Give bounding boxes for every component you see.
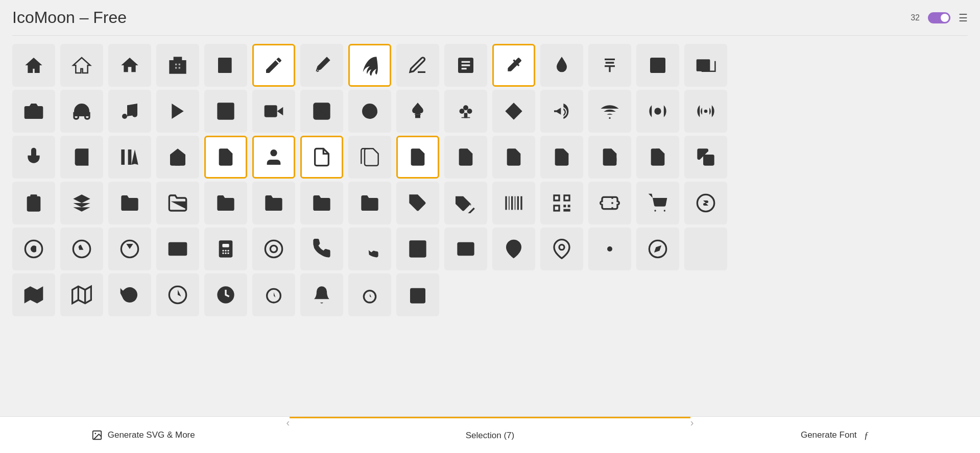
icon-cell-address-book[interactable] — [396, 228, 439, 270]
icon-cell-coin-pound[interactable] — [60, 228, 103, 270]
view-toggle[interactable] — [928, 12, 950, 23]
icon-cell-paint-format[interactable] — [588, 44, 631, 87]
icon-cell-pen[interactable] — [396, 44, 439, 87]
icon-cell-newspaper[interactable] — [204, 44, 247, 87]
right-chevron-icon[interactable]: › — [690, 417, 694, 453]
icon-cell-file-picture[interactable] — [444, 136, 487, 179]
icon-cell-barcode[interactable] — [492, 182, 535, 224]
icon-cell-radio[interactable] — [684, 90, 727, 133]
icon-cell-diamond[interactable] — [492, 90, 535, 133]
icon-cell-copy[interactable] — [684, 136, 727, 179]
icon-cell-credit-card[interactable] — [156, 228, 199, 270]
icon-cell-library[interactable] — [156, 136, 199, 179]
icon-cell-home-simple[interactable] — [12, 44, 55, 87]
icon-cell-video-camera[interactable] — [252, 90, 295, 133]
icon-cell-book[interactable] — [60, 136, 103, 179]
icon-cell-clubs[interactable] — [444, 90, 487, 133]
icon-svg-diamond — [504, 101, 524, 121]
icon-cell-folder-open[interactable] — [156, 182, 199, 224]
icon-cell-profile[interactable] — [252, 136, 295, 179]
icon-cell-folder-plus[interactable] — [204, 182, 247, 224]
icon-cell-camera[interactable] — [12, 90, 55, 133]
icon-cell-file-zip[interactable] — [636, 136, 679, 179]
icon-cell-pencil[interactable] — [252, 44, 295, 87]
icon-cell-location[interactable] — [540, 228, 583, 270]
icon-svg-compass — [648, 239, 668, 259]
icon-cell-price-tags[interactable] — [444, 182, 487, 224]
icon-cell-images[interactable] — [684, 44, 727, 87]
icon-cell-phone-hang-up[interactable] — [348, 228, 391, 270]
icon-cell-spades[interactable] — [396, 90, 439, 133]
icon-cell-file-empty[interactable] — [300, 136, 343, 179]
icon-cell-file-text2[interactable] — [396, 136, 439, 179]
icon-cell-file-text[interactable] — [204, 136, 247, 179]
icon-cell-film[interactable] — [204, 90, 247, 133]
icon-cell-books[interactable] — [108, 136, 151, 179]
icon-cell-home-outline[interactable] — [60, 44, 103, 87]
icon-cell-quill[interactable] — [348, 44, 391, 87]
icon-cell-eyedropper[interactable] — [492, 44, 535, 87]
svg-rect-62 — [656, 156, 660, 157]
selection-section[interactable]: Selection (7) — [290, 417, 690, 453]
icon-cell-home-filled[interactable] — [108, 44, 151, 87]
svg-point-102 — [270, 245, 277, 252]
icon-cell-image[interactable] — [636, 44, 679, 87]
svg-rect-4 — [175, 67, 177, 68]
icon-cell-coin-yen[interactable] — [108, 228, 151, 270]
icon-cell-phone[interactable] — [300, 228, 343, 270]
icon-cell-clock[interactable] — [156, 273, 199, 316]
generate-font-section[interactable]: Generate Font ƒ — [694, 417, 980, 453]
icon-cell-play[interactable] — [156, 90, 199, 133]
icon-cell-folder-minus[interactable] — [252, 182, 295, 224]
icon-cell-paste[interactable] — [12, 182, 55, 224]
icon-cell-calendar[interactable] — [396, 273, 439, 316]
icon-cell-file-video[interactable] — [588, 136, 631, 179]
icon-cell-bullhorn[interactable] — [540, 90, 583, 133]
icon-cell-droplet[interactable] — [540, 44, 583, 87]
menu-icon[interactable]: ☰ — [959, 12, 968, 24]
icon-svg-price-tag — [408, 193, 428, 213]
icon-cell-lifebuoy[interactable] — [252, 228, 295, 270]
icon-cell-alarm[interactable] — [252, 273, 295, 316]
icon-cell-file-play[interactable] — [540, 136, 583, 179]
svg-point-107 — [415, 245, 420, 250]
icon-cell-stack[interactable] — [60, 182, 103, 224]
icon-cell-music[interactable] — [108, 90, 151, 133]
generate-svg-section[interactable]: Generate SVG & More — [0, 417, 286, 453]
icon-cell-stopwatch[interactable] — [348, 273, 391, 316]
icon-cell-pacman[interactable] — [348, 90, 391, 133]
icon-cell-folder-upload[interactable] — [348, 182, 391, 224]
icon-cell-pencil2[interactable] — [300, 44, 343, 87]
icon-cell-ticket[interactable] — [588, 182, 631, 224]
icon-cell-price-tag[interactable] — [396, 182, 439, 224]
icon-cell-folder-download[interactable] — [300, 182, 343, 224]
icon-cell-podcast[interactable] — [636, 90, 679, 133]
icon-cell-mic[interactable] — [12, 136, 55, 179]
icon-cell-map2[interactable] — [60, 273, 103, 316]
icon-cell-folder[interactable] — [108, 182, 151, 224]
icon-cell-compass[interactable] — [636, 228, 679, 270]
icon-cell-clock2[interactable] — [204, 273, 247, 316]
icon-cell-bell[interactable] — [300, 273, 343, 316]
icon-cell-office[interactable] — [156, 44, 199, 87]
icon-cell-file-music[interactable] — [492, 136, 535, 179]
icon-cell-pushpin[interactable] — [492, 228, 535, 270]
icon-cell-coin-euro[interactable] — [12, 228, 55, 270]
svg-rect-5 — [179, 67, 180, 68]
icon-cell-files-empty[interactable] — [348, 136, 391, 179]
icon-cell-blog[interactable] — [444, 44, 487, 87]
icon-cell-calculator[interactable] — [204, 228, 247, 270]
icon-cell-wifi[interactable] — [588, 90, 631, 133]
icon-cell-envelop[interactable] — [444, 228, 487, 270]
icon-cell-dice[interactable] — [300, 90, 343, 133]
icon-cell-qrcode[interactable] — [540, 182, 583, 224]
icon-cell-compass2[interactable] — [684, 228, 727, 270]
icon-cell-map[interactable] — [12, 273, 55, 316]
icon-cell-headphones[interactable] — [60, 90, 103, 133]
icon-cell-cart[interactable] — [636, 182, 679, 224]
icon-cell-history[interactable] — [108, 273, 151, 316]
svg-rect-28 — [265, 105, 277, 117]
icon-cell-coin-dollar[interactable] — [684, 182, 727, 224]
icon-cell-location2[interactable] — [588, 228, 631, 270]
left-chevron-icon[interactable]: ‹ — [286, 417, 290, 453]
